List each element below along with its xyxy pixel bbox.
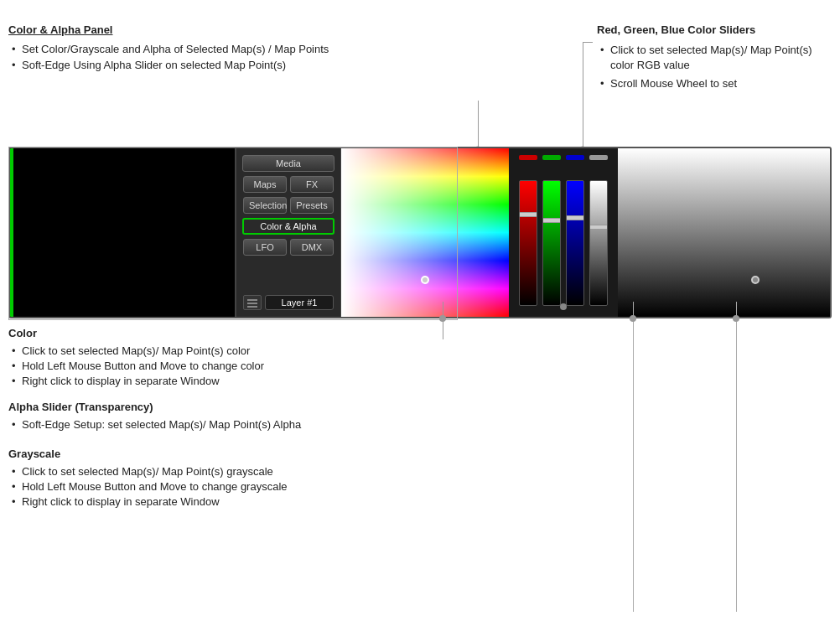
rgb-sliders-description: Red, Green, Blue Color Sliders Click to … [597, 23, 832, 96]
green-indicator-line [10, 148, 13, 317]
annotation-dot-grayscale [733, 315, 739, 322]
layer-name-label: Layer #1 [265, 295, 334, 310]
grayscale-section-bullets: Click to set selected Map(s)/ Map Point(… [8, 465, 832, 508]
green-indicator [542, 155, 561, 160]
grayscale-area[interactable] [618, 148, 830, 317]
media-button[interactable]: Media [242, 155, 334, 172]
red-indicator [519, 155, 537, 160]
lfo-dmx-row: LFO DMX [243, 239, 334, 256]
grayscale-gradient [618, 148, 830, 317]
annotation-line-rgb [478, 101, 479, 151]
maps-button[interactable]: Maps [243, 176, 287, 193]
annotation-line-v2 [583, 42, 583, 151]
color-bullet-2: Hold Left Mouse Button and Move to chang… [8, 360, 832, 372]
annotation-dot-color [439, 315, 446, 322]
rgb-bullet-2: Scroll Mouse Wheel to set [597, 76, 832, 91]
alpha-slider-track[interactable] [589, 180, 608, 306]
bottom-descriptions: Color Click to set selected Map(s)/ Map … [8, 327, 832, 521]
blue-slider-handle[interactable] [566, 215, 584, 220]
alpha-bullet-1: Soft-Edge Setup: set selected Map(s)/ Ma… [8, 418, 832, 431]
alpha-section-bullets: Soft-Edge Setup: set selected Map(s)/ Ma… [8, 418, 832, 431]
grayscale-bullet-1: Click to set selected Map(s)/ Map Point(… [8, 465, 832, 478]
lfo-button[interactable]: LFO [243, 239, 287, 256]
blue-indicator [566, 155, 584, 160]
blue-slider-track[interactable] [566, 180, 584, 306]
color-picker[interactable] [341, 148, 509, 317]
grayscale-handle[interactable] [751, 276, 760, 284]
alpha-bottom-dot [560, 303, 567, 310]
slider-bars [519, 180, 608, 306]
color-alpha-panel-title: Color & Alpha Panel [8, 23, 411, 36]
red-slider-track[interactable] [519, 180, 537, 306]
main-ui-container: Media Maps FX Selection Presets Color & … [8, 147, 832, 318]
layer-row: Layer #1 [243, 295, 334, 310]
bullet-1: Set Color/Grayscale and Alpha of Selecte… [8, 43, 411, 55]
bullet-2: Soft-Edge Using Alpha Slider on selected… [8, 59, 411, 71]
color-alpha-panel-bullets: Set Color/Grayscale and Alpha of Selecte… [8, 43, 411, 71]
annotation-dot-alpha [630, 315, 636, 322]
left-black-panel [10, 148, 236, 317]
fx-button[interactable]: FX [290, 176, 334, 193]
nav-panel: Media Maps FX Selection Presets Color & … [236, 148, 341, 317]
color-alpha-button[interactable]: Color & Alpha [242, 218, 334, 235]
grayscale-bullet-2: Hold Left Mouse Button and Move to chang… [8, 480, 832, 493]
color-alpha-panel-description: Color & Alpha Panel Set Color/Grayscale … [8, 23, 411, 75]
alpha-slider-handle[interactable] [589, 225, 608, 230]
rgb-sliders-title: Red, Green, Blue Color Sliders [597, 23, 832, 36]
rgb-indicators [519, 155, 608, 160]
presets-button[interactable]: Presets [290, 197, 334, 214]
rgb-bullet-1: Click to set selected Map(s)/ Map Point(… [597, 43, 832, 73]
color-picker-handle[interactable] [421, 276, 429, 284]
rgb-sliders-bullets: Click to set selected Map(s)/ Map Point(… [597, 43, 832, 92]
color-section-title: Color [8, 327, 832, 339]
alpha-indicator [589, 155, 608, 160]
color-gradient-bg [341, 148, 509, 317]
annotation-connector-h [583, 42, 593, 43]
color-section: Color Click to set selected Map(s)/ Map … [8, 327, 832, 387]
red-slider-handle[interactable] [519, 212, 537, 217]
grayscale-bullet-3: Right click to display in separate Windo… [8, 495, 832, 508]
selection-button[interactable]: Selection [243, 197, 287, 214]
green-slider-track[interactable] [542, 180, 561, 306]
svg-rect-2 [247, 306, 257, 308]
alpha-section: Alpha Slider (Transparency) Soft-Edge Se… [8, 401, 832, 431]
alpha-section-title: Alpha Slider (Transparency) [8, 401, 832, 413]
rgb-sliders-panel [509, 148, 618, 317]
svg-rect-1 [247, 303, 257, 304]
green-slider-handle[interactable] [542, 218, 561, 223]
svg-rect-0 [247, 299, 257, 301]
selection-presets-row: Selection Presets [243, 197, 334, 214]
color-section-bullets: Click to set selected Map(s)/ Map Point(… [8, 344, 832, 387]
grayscale-section: Grayscale Click to set selected Map(s)/ … [8, 448, 832, 508]
color-bullet-3: Right click to display in separate Windo… [8, 375, 832, 387]
color-bullet-1: Click to set selected Map(s)/ Map Point(… [8, 344, 832, 357]
dmx-button[interactable]: DMX [290, 239, 334, 256]
maps-fx-row: Maps FX [243, 176, 334, 193]
layer-icon [243, 295, 262, 310]
grayscale-section-title: Grayscale [8, 448, 832, 460]
